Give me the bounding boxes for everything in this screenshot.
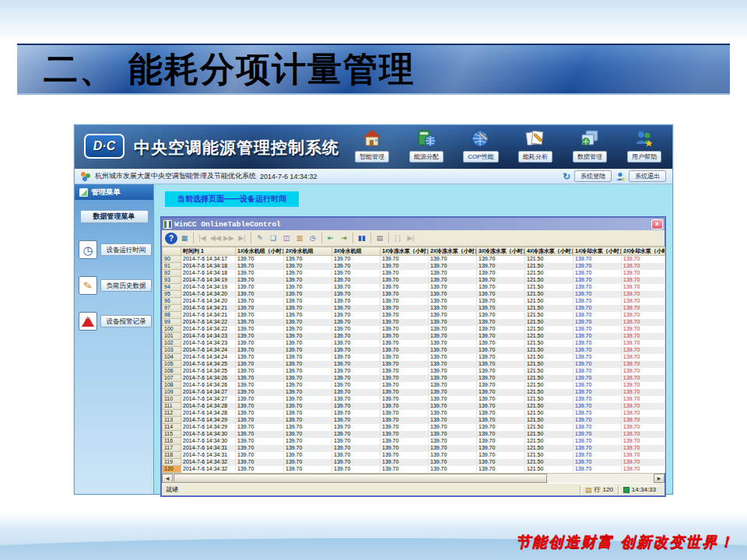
row-number-cell[interactable]: 112 [163, 410, 181, 417]
row-number-cell[interactable]: 97 [163, 305, 181, 312]
sidebar-item-2[interactable]: ✎负荷历史数据 [79, 276, 153, 295]
table-row[interactable]: 1172014-7-6 14:34:31139.70139.70139.7013… [163, 445, 665, 452]
table-row[interactable]: 972014-7-6 14:34:21139.70139.70139.70139… [163, 305, 665, 312]
table-row[interactable]: 1152014-7-6 14:34:30139.70139.70139.7013… [163, 431, 665, 438]
row-number-cell[interactable]: 93 [163, 277, 181, 284]
table-row[interactable]: 1002014-7-6 14:34:22139.70139.70139.7013… [163, 326, 665, 333]
table-row[interactable]: 1142014-7-6 14:34:29139.70139.70139.7013… [163, 424, 665, 431]
row-number-cell[interactable]: 105 [163, 361, 181, 368]
table-row[interactable]: 1012014-7-6 14:34:23139.70139.70139.7013… [163, 333, 665, 340]
nav-button-3[interactable]: COP性能 [456, 128, 506, 163]
column-header-9[interactable]: 1#冷却水泵（小时） [573, 247, 622, 256]
row-number-cell[interactable]: 115 [163, 431, 181, 438]
column-header-2[interactable]: 1#冷水机组（小时） [236, 247, 284, 256]
row-number-cell[interactable]: 107 [163, 375, 181, 382]
sidebar-item-3[interactable]: !设备报警记录 [79, 312, 153, 331]
row-number-cell[interactable]: 116 [163, 438, 181, 445]
column-header-3[interactable]: 2#冷水机组 [284, 247, 332, 256]
row-number-cell[interactable]: 104 [163, 354, 181, 361]
row-number-cell[interactable]: 120 [163, 466, 181, 473]
table-row[interactable]: 902014-7-6 14:34:17139.70139.70139.70139… [163, 256, 665, 263]
nav-button-6[interactable]: 用户帮助 [619, 128, 669, 163]
time-range-icon[interactable]: ◷ [307, 232, 319, 244]
close-icon[interactable]: × [651, 219, 663, 229]
row-number-cell[interactable]: 108 [163, 382, 181, 389]
row-number-cell[interactable]: 94 [163, 284, 181, 291]
row-number-cell[interactable]: 99 [163, 319, 181, 326]
row-number-cell[interactable]: 103 [163, 347, 181, 354]
row-number-cell[interactable]: 90 [163, 256, 181, 263]
table-row[interactable]: 1042014-7-6 14:34:24139.70139.70139.7013… [163, 354, 665, 361]
row-number-cell[interactable]: 92 [163, 270, 181, 277]
table-row[interactable]: 942014-7-6 14:34:19139.70139.70139.70139… [163, 284, 665, 291]
table-row[interactable]: 932014-7-6 14:34:19139.70139.70139.70139… [163, 277, 665, 284]
system-login-button[interactable]: 系统登陆 [574, 170, 612, 182]
row-number-cell[interactable]: 101 [163, 333, 181, 340]
export-end-icon[interactable]: ⇥ [338, 232, 350, 244]
nav-button-5[interactable]: 数据管理 [565, 128, 615, 163]
table-row[interactable]: 1062014-7-6 14:34:25139.70139.70139.7013… [163, 368, 665, 375]
table-row[interactable]: 1032014-7-6 14:34:24139.70139.70139.7013… [163, 347, 665, 354]
system-exit-button[interactable]: 系统退出 [629, 170, 666, 182]
table-row[interactable]: 1122014-7-6 14:34:28139.70139.70139.7013… [163, 410, 665, 417]
table-row[interactable]: 1132014-7-6 14:34:29139.70139.70139.7013… [163, 417, 665, 424]
row-number-cell[interactable]: 96 [163, 298, 181, 305]
scroll-left-arrow[interactable]: ◀ [162, 474, 173, 483]
table-row[interactable]: 992014-7-6 14:34:22139.70139.70139.70139… [163, 319, 665, 326]
nav-button-4[interactable]: 能耗分析 [510, 128, 560, 163]
print-icon[interactable]: ▤ [374, 232, 386, 244]
table-row[interactable]: 1182014-7-6 14:34:31139.70139.70139.7013… [163, 452, 665, 459]
scroll-right-arrow[interactable]: ▶ [654, 474, 665, 483]
column-header-1[interactable]: 时间列 1 [181, 247, 236, 256]
table-row[interactable]: 1052014-7-6 14:34:25139.70139.70139.7013… [163, 361, 665, 368]
sidebar-section-data-menu[interactable]: 数据管理菜单 [80, 210, 149, 223]
row-number-cell[interactable]: 118 [163, 452, 181, 459]
row-number-cell[interactable]: 102 [163, 340, 181, 347]
column-header-4[interactable]: 3#冷水机组 [332, 247, 381, 256]
help-icon[interactable]: ? [165, 233, 177, 244]
row-number-cell[interactable]: 111 [163, 403, 181, 410]
column-header-10[interactable]: 2#冷却水泵（小时） [622, 247, 665, 256]
table-row[interactable]: 1102014-7-6 14:34:27139.70139.70139.7013… [163, 396, 665, 403]
table-row[interactable]: 982014-7-6 14:34:21139.70139.70139.70139… [163, 312, 665, 319]
row-number-cell[interactable]: 95 [163, 291, 181, 298]
column-header-6[interactable]: 2#冷冻水泵（小时） [429, 247, 477, 256]
table-row[interactable]: 1022014-7-6 14:34:23139.70139.70139.7013… [163, 340, 665, 347]
column-header-8[interactable]: 4#冷冻水泵（小时） [525, 247, 573, 256]
row-number-cell[interactable]: 98 [163, 312, 181, 319]
table-row[interactable]: 952014-7-6 14:34:20139.70139.70139.70139… [163, 291, 665, 298]
table-row[interactable]: 922014-7-6 14:34:18139.70139.70139.70139… [163, 270, 665, 277]
table-row[interactable]: 912014-7-6 14:34:18139.70139.70139.70139… [163, 263, 665, 270]
table-row[interactable]: 1092014-7-6 14:34:27139.70139.70139.7013… [163, 389, 665, 396]
row-number-cell[interactable]: 91 [163, 263, 181, 270]
statistics-icon[interactable]: ▥ [293, 232, 306, 244]
edit-icon[interactable]: ✎ [254, 232, 266, 244]
row-number-cell[interactable]: 110 [163, 396, 181, 403]
row-number-cell[interactable]: 109 [163, 389, 181, 396]
row-number-cell[interactable]: 113 [163, 417, 181, 424]
column-select-icon[interactable]: ◫ [280, 232, 293, 244]
table-row[interactable]: 962014-7-6 14:34:20139.70139.70139.70139… [163, 298, 665, 305]
row-number-cell[interactable]: 106 [163, 368, 181, 375]
sidebar-item-1[interactable]: ◷设备运行时间 [79, 240, 153, 259]
row-number-cell[interactable]: 119 [163, 459, 181, 466]
nav-button-2[interactable]: 能源分配 [402, 128, 451, 163]
nav-button-1[interactable]: 智能管理 [347, 128, 397, 163]
export-begin-icon[interactable]: ⇤ [324, 232, 337, 244]
config-dialog-icon[interactable]: ▦ [178, 232, 191, 244]
table-row[interactable]: 1192014-7-6 14:34:32139.70139.70139.7013… [163, 459, 665, 466]
column-header-5[interactable]: 1#冷冻水泵（小时） [381, 247, 429, 256]
table-row[interactable]: 1072014-7-6 14:34:26139.70139.70139.7013… [163, 375, 665, 382]
table-row[interactable]: 1112014-7-6 14:34:28139.70139.70139.7013… [163, 403, 665, 410]
value-cell: 139.70 [284, 277, 332, 284]
table-row[interactable]: 1082014-7-6 14:34:26139.70139.70139.7013… [163, 382, 665, 389]
table-row[interactable]: 1162014-7-6 14:34:30139.70139.70139.7013… [163, 438, 665, 445]
row-number-cell[interactable]: 100 [163, 326, 181, 333]
row-number-cell[interactable]: 117 [163, 445, 181, 452]
row-number-cell[interactable]: 114 [163, 424, 181, 431]
copy-icon[interactable]: ❏ [267, 232, 279, 244]
pause-icon[interactable]: ▮▮ [356, 232, 368, 244]
scrollbar-thumb[interactable] [174, 474, 547, 483]
table-row[interactable]: 1202014-7-6 14:34:32139.70139.70139.7013… [163, 466, 665, 473]
column-header-7[interactable]: 3#冷冻水泵（小时） [477, 247, 525, 256]
